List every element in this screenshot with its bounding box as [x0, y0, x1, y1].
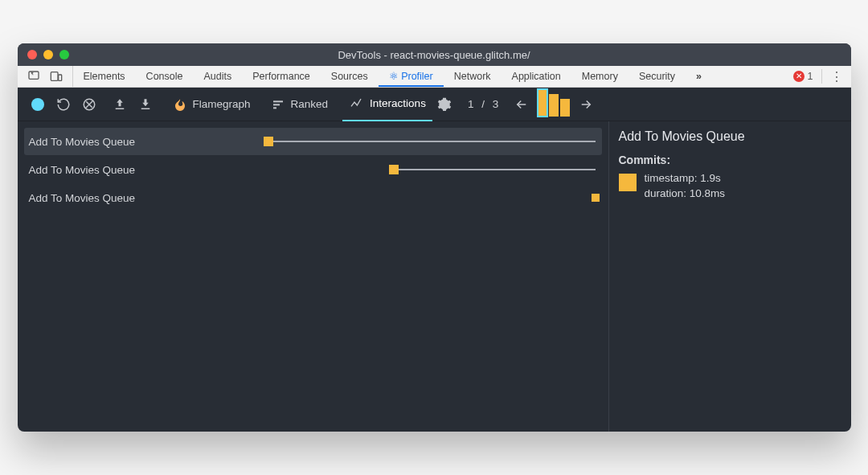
profiler-toolbar: Flamegraph Ranked Interactions 1 / 3 [18, 88, 851, 121]
duration-label: duration: [645, 187, 687, 199]
view-interactions[interactable]: Interactions [342, 88, 432, 121]
interaction-label: Add To Movies Queue [24, 136, 245, 148]
separator [821, 69, 822, 84]
profiler-content: Add To Movies Queue Add To Movies Queue … [18, 121, 851, 432]
timestamp-label: timestamp: [645, 172, 698, 184]
tab-security[interactable]: Security [628, 66, 686, 87]
view-flamegraph[interactable]: Flamegraph [167, 88, 257, 121]
titlebar: DevTools - react-movies-queue.glitch.me/ [18, 43, 851, 66]
window-title: DevTools - react-movies-queue.glitch.me/ [18, 49, 851, 61]
view-ranked-label: Ranked [291, 98, 329, 110]
svg-rect-5 [115, 108, 124, 109]
interaction-track [248, 168, 596, 172]
svg-rect-2 [58, 75, 61, 80]
clear-button[interactable] [77, 92, 101, 117]
error-count: 1 [808, 71, 813, 82]
commit-counter: 1 / 3 [457, 98, 510, 110]
tab-performance[interactable]: Performance [242, 66, 321, 87]
svg-rect-9 [273, 107, 276, 109]
tab-application[interactable]: Application [502, 66, 571, 87]
tab-elements[interactable]: Elements [73, 66, 136, 87]
svg-rect-7 [273, 100, 283, 102]
view-flamegraph-label: Flamegraph [193, 98, 251, 110]
detail-panel: Add To Movies Queue Commits: timestamp: … [608, 121, 851, 432]
svg-rect-1 [51, 72, 58, 81]
commit-color-swatch [619, 174, 637, 191]
interaction-row[interactable]: Add To Movies Queue [24, 128, 602, 155]
profiler-view-tabs: Flamegraph Ranked Interactions [167, 88, 432, 121]
save-profile-button[interactable] [133, 92, 158, 117]
detail-title: Add To Movies Queue [619, 129, 841, 144]
profiler-settings-button[interactable] [432, 92, 457, 117]
element-picker-icon[interactable] [27, 70, 40, 83]
commits-navigator [510, 91, 598, 118]
commit-bar-0[interactable] [538, 89, 547, 117]
sort-icon [272, 98, 285, 111]
record-controls [23, 92, 104, 117]
svg-rect-6 [141, 108, 149, 109]
commit-bar-2[interactable] [560, 99, 570, 117]
commit-detail-row[interactable]: timestamp: 1.9s duration: 10.8ms [619, 171, 841, 202]
more-options-icon[interactable]: ⋮ [830, 69, 843, 84]
record-button[interactable] [26, 92, 50, 117]
commit-meta: timestamp: 1.9s duration: 10.8ms [645, 171, 726, 202]
counter-total: 3 [493, 98, 499, 110]
counter-current: 1 [468, 98, 474, 110]
commits-section-label: Commits: [619, 154, 841, 166]
duration-value: 10.8ms [690, 187, 725, 199]
tab-console[interactable]: Console [136, 66, 194, 87]
prev-commit-button[interactable] [510, 92, 534, 117]
device-toolbar-icon[interactable] [50, 70, 63, 83]
devtools-window: DevTools - react-movies-queue.glitch.me/… [18, 43, 851, 432]
error-icon: ✕ [793, 71, 805, 82]
interaction-row[interactable]: Add To Movies Queue [24, 156, 602, 183]
next-commit-button[interactable] [574, 92, 598, 117]
counter-sep: / [477, 98, 489, 110]
commit-bars[interactable] [535, 91, 572, 118]
reload-button[interactable] [51, 92, 76, 117]
tabbar-left-controls [18, 66, 73, 87]
interactions-list: Add To Movies Queue Add To Movies Queue … [18, 121, 608, 432]
line-icon [349, 97, 363, 110]
svg-rect-0 [29, 72, 39, 79]
interaction-label: Add To Movies Queue [24, 164, 245, 176]
tabbar-right-controls: ✕ 1 ⋮ [785, 66, 851, 87]
devtools-tabbar: Elements Console Audits Performance Sour… [18, 66, 851, 88]
view-interactions-label: Interactions [370, 97, 426, 109]
panel-tabs: Elements Console Audits Performance Sour… [73, 66, 713, 87]
tab-sources[interactable]: Sources [321, 66, 379, 87]
tab-audits[interactable]: Audits [193, 66, 242, 87]
load-profile-button[interactable] [108, 92, 132, 117]
interaction-track [248, 140, 596, 144]
tab-memory[interactable]: Memory [571, 66, 628, 87]
interaction-row[interactable]: Add To Movies Queue [24, 184, 602, 211]
profile-io-controls [104, 92, 161, 117]
flame-icon [174, 98, 186, 111]
interaction-label: Add To Movies Queue [24, 192, 245, 204]
console-errors-badge[interactable]: ✕ 1 [793, 71, 813, 82]
tabs-overflow-button[interactable]: » [686, 66, 712, 87]
interaction-track [248, 196, 596, 200]
tab-profiler[interactable]: ⚛ Profiler [379, 66, 444, 87]
commit-bar-1[interactable] [549, 94, 559, 117]
svg-rect-8 [273, 104, 280, 105]
tab-network[interactable]: Network [444, 66, 502, 87]
timestamp-value: 1.9s [700, 172, 721, 184]
view-ranked[interactable]: Ranked [265, 88, 335, 121]
